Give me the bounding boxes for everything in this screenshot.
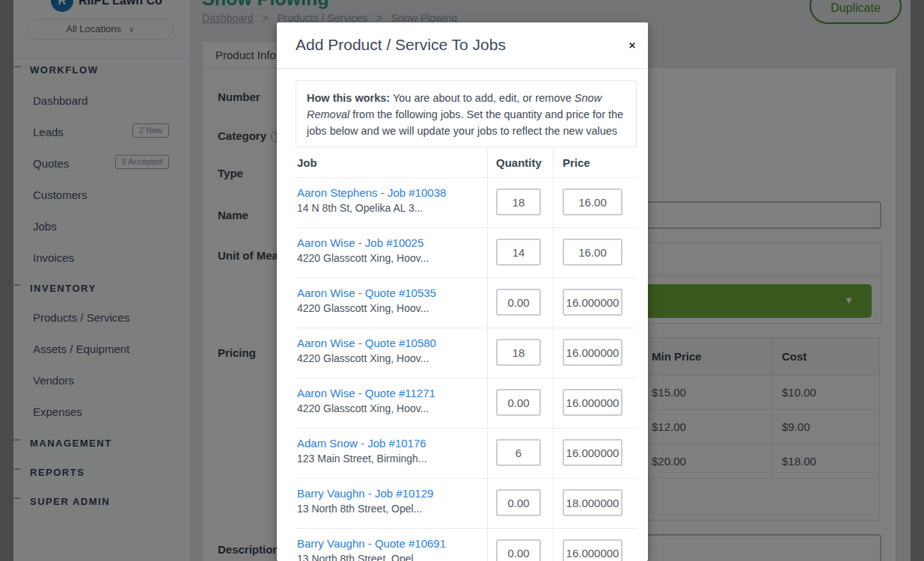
modal-jobs-table: Job Quantity Price Aaron Stephens - Job … [296,147,637,561]
modal-table-header: Job Quantity Price [296,147,637,178]
quantity-input[interactable] [496,188,541,215]
job-link[interactable]: Aaron Wise - Quote #10535 [297,286,481,299]
add-product-service-modal: Add Product / Service To Jobs ✕ How this… [277,22,648,561]
price-input[interactable] [563,389,622,416]
close-icon[interactable]: ✕ [628,40,636,51]
job-row: Aaron Wise - Job #100254220 Glasscott Xi… [296,228,637,278]
quantity-input[interactable] [496,339,541,366]
job-address: 13 North 8th Street, Opel... [297,503,481,515]
intro-text: from the following jobs. Set the quantit… [307,108,623,137]
job-address: 4220 Glasscott Xing, Hoov... [297,352,481,364]
modal-divider [277,68,648,69]
job-link[interactable]: Barry Vaughn - Quote #10691 [297,537,481,550]
job-address: 4220 Glasscott Xing, Hoov... [297,402,481,414]
job-row: Aaron Stephens - Job #1003814 N 8th St, … [296,178,637,228]
job-row: Barry Vaughn - Quote #1069113 North 8th … [296,529,637,561]
job-row: Aaron Wise - Quote #112714220 Glasscott … [296,378,637,429]
quantity-input[interactable] [496,239,541,266]
job-address: 123 Main Street, Birmingh... [297,453,481,465]
job-link[interactable]: Adam Snow - Job #10176 [297,437,481,450]
modal-title: Add Product / Service To Jobs [296,36,506,54]
header-job: Job [296,147,487,177]
quantity-input[interactable] [496,489,541,516]
job-link[interactable]: Aaron Stephens - Job #10038 [297,186,481,199]
job-address: 14 N 8th St, Opelika AL 3... [297,202,481,214]
job-address: 4220 Glasscott Xing, Hoov... [297,302,481,314]
job-link[interactable]: Aaron Wise - Quote #10580 [297,337,481,349]
intro-text: You are about to add, edit, or remove [390,92,575,104]
job-address: 13 North 8th Street, Opel... [297,553,481,561]
header-quantity: Quantity [487,147,553,177]
header-price: Price [553,147,637,177]
price-input[interactable] [563,339,622,366]
job-link[interactable]: Aaron Wise - Job #10025 [297,236,481,249]
quantity-input[interactable] [496,389,541,416]
job-row: Aaron Wise - Quote #105354220 Glasscott … [296,278,637,328]
price-input[interactable] [563,289,622,316]
quantity-input[interactable] [496,539,541,561]
price-input[interactable] [563,188,622,215]
job-link[interactable]: Barry Vaughn - Job #10129 [297,487,481,500]
job-row: Adam Snow - Job #10176123 Main Street, B… [296,429,637,479]
job-row: Barry Vaughn - Job #1012913 North 8th St… [296,479,637,529]
job-row: Aaron Wise - Quote #105804220 Glasscott … [296,328,637,378]
price-input[interactable] [563,489,622,516]
quantity-input[interactable] [496,289,541,316]
price-input[interactable] [563,239,622,266]
modal-intro-text: How this works: You are about to add, ed… [296,80,637,147]
quantity-input[interactable] [496,439,541,466]
job-link[interactable]: Aaron Wise - Quote #11271 [297,387,481,399]
price-input[interactable] [563,539,622,561]
intro-bold: How this works: [307,92,390,104]
job-address: 4220 Glasscott Xing, Hoov... [297,252,481,264]
price-input[interactable] [563,439,622,466]
